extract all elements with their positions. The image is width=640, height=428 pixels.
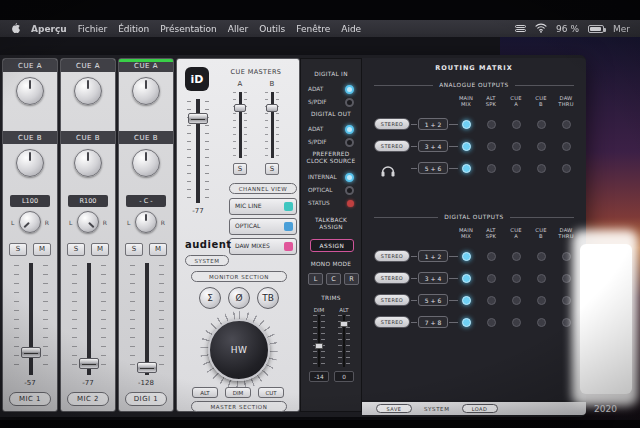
apple-menu-icon[interactable] xyxy=(10,22,20,36)
matrix-dot[interactable] xyxy=(537,318,546,327)
matrix-dot[interactable] xyxy=(487,164,496,173)
radio-indicator[interactable] xyxy=(345,138,354,147)
radio-indicator[interactable] xyxy=(345,125,354,134)
digital-out-adat-option[interactable]: ADAT xyxy=(308,123,354,135)
matrix-dot[interactable] xyxy=(537,252,546,261)
battery-icon[interactable] xyxy=(588,25,604,33)
fader-cap[interactable] xyxy=(79,358,99,369)
matrix-dot[interactable] xyxy=(562,318,571,327)
load-button[interactable]: LOAD xyxy=(462,404,498,413)
digital-in-adat-option[interactable]: ADAT xyxy=(308,83,354,95)
matrix-dot[interactable] xyxy=(562,142,571,151)
fader-cap[interactable] xyxy=(137,362,157,373)
daw-mixes-view-button[interactable]: DAW MIXES xyxy=(229,238,297,255)
stereo-toggle-button[interactable]: STEREO xyxy=(374,316,410,328)
sum-mono-button[interactable]: Σ xyxy=(199,287,221,309)
cue-master-b-fader[interactable] xyxy=(265,92,279,158)
slider-cap[interactable] xyxy=(340,321,348,327)
matrix-dot[interactable] xyxy=(537,142,546,151)
matrix-dot[interactable] xyxy=(512,164,521,173)
menu-outils[interactable]: Outils xyxy=(259,24,285,34)
matrix-dot[interactable] xyxy=(562,120,571,129)
cue-b-knob[interactable] xyxy=(132,149,160,177)
polarity-button[interactable]: Ø xyxy=(228,287,250,309)
stereo-toggle-button[interactable]: STEREO xyxy=(374,250,410,262)
cue-a-knob[interactable] xyxy=(16,77,44,105)
clock-internal-option[interactable]: INTERNAL xyxy=(308,171,354,183)
control-center-icon[interactable] xyxy=(515,24,526,33)
matrix-dot[interactable] xyxy=(512,252,521,261)
pan-knob[interactable] xyxy=(19,211,41,233)
cue-b-solo-button[interactable]: S xyxy=(265,163,279,175)
hardware-volume-knob[interactable]: HW xyxy=(208,319,270,381)
matrix-dot[interactable] xyxy=(462,142,471,151)
matrix-dot[interactable] xyxy=(537,274,546,283)
optical-view-button[interactable]: OPTICAL xyxy=(229,218,297,235)
menu-fenetre[interactable]: Fenêtre xyxy=(296,24,330,34)
matrix-dot[interactable] xyxy=(462,318,471,327)
matrix-dot[interactable] xyxy=(562,252,571,261)
matrix-dot[interactable] xyxy=(537,164,546,173)
matrix-dot[interactable] xyxy=(562,164,571,173)
mic-line-view-button[interactable]: MIC LINE xyxy=(229,198,297,215)
menu-presentation[interactable]: Présentation xyxy=(160,24,217,34)
mute-button[interactable]: M xyxy=(33,243,51,256)
stereo-toggle-button[interactable]: STEREO xyxy=(374,140,410,152)
stereo-toggle-button[interactable]: STEREO xyxy=(374,118,410,130)
solo-button[interactable]: S xyxy=(9,243,27,256)
dim-trim-slider[interactable] xyxy=(313,315,325,367)
matrix-dot[interactable] xyxy=(462,252,471,261)
matrix-dot[interactable] xyxy=(487,274,496,283)
pan-knob[interactable] xyxy=(135,211,157,233)
fader-cap[interactable] xyxy=(266,104,278,112)
cut-button[interactable]: CUT xyxy=(258,387,284,398)
matrix-dot[interactable] xyxy=(512,274,521,283)
matrix-dot[interactable] xyxy=(462,296,471,305)
matrix-dot[interactable] xyxy=(537,296,546,305)
matrix-dot[interactable] xyxy=(512,142,521,151)
menu-bar-clock[interactable]: Mer xyxy=(613,24,630,34)
mute-button[interactable]: M xyxy=(91,243,109,256)
cue-a-solo-button[interactable]: S xyxy=(233,163,247,175)
matrix-dot[interactable] xyxy=(462,274,471,283)
stereo-toggle-button[interactable]: STEREO xyxy=(374,294,410,306)
mono-left-button[interactable]: L xyxy=(308,273,323,285)
menu-apercu[interactable]: Aperçu xyxy=(31,24,67,34)
solo-button[interactable]: S xyxy=(67,243,85,256)
cue-b-knob[interactable] xyxy=(74,149,102,177)
channel-fader[interactable] xyxy=(130,263,164,375)
channel-fader[interactable] xyxy=(14,263,48,375)
matrix-dot[interactable] xyxy=(462,164,471,173)
talkback-button[interactable]: TB xyxy=(257,287,279,309)
matrix-dot[interactable] xyxy=(537,120,546,129)
slider-cap[interactable] xyxy=(315,343,323,349)
wifi-icon[interactable] xyxy=(535,23,547,35)
cue-b-knob[interactable] xyxy=(16,149,44,177)
radio-indicator[interactable] xyxy=(345,98,354,107)
radio-indicator[interactable] xyxy=(345,173,354,182)
matrix-dot[interactable] xyxy=(562,274,571,283)
fader-cap[interactable] xyxy=(21,347,41,358)
matrix-dot[interactable] xyxy=(487,296,496,305)
digital-out-spdif-option[interactable]: S/PDIF xyxy=(308,136,354,148)
cue-a-knob[interactable] xyxy=(132,77,160,105)
digital-in-spdif-option[interactable]: S/PDIF xyxy=(308,96,354,108)
fader-cap[interactable] xyxy=(234,104,246,112)
save-button[interactable]: SAVE xyxy=(376,404,412,413)
cue-master-a-fader[interactable] xyxy=(233,92,247,158)
cue-a-knob[interactable] xyxy=(74,77,102,105)
menu-fichier[interactable]: Fichier xyxy=(78,24,107,34)
alt-trim-slider[interactable] xyxy=(338,315,350,367)
stereo-toggle-button[interactable]: STEREO xyxy=(374,272,410,284)
matrix-dot[interactable] xyxy=(462,120,471,129)
dim-button[interactable]: DIM xyxy=(225,387,251,398)
alt-speaker-button[interactable]: ALT xyxy=(192,387,218,398)
master-fader[interactable] xyxy=(187,99,209,203)
matrix-dot[interactable] xyxy=(487,252,496,261)
matrix-dot[interactable] xyxy=(512,120,521,129)
fader-cap[interactable] xyxy=(188,113,208,124)
matrix-dot[interactable] xyxy=(512,318,521,327)
channel-fader[interactable] xyxy=(72,263,106,375)
radio-indicator[interactable] xyxy=(345,186,354,195)
menu-aide[interactable]: Aide xyxy=(341,24,361,34)
